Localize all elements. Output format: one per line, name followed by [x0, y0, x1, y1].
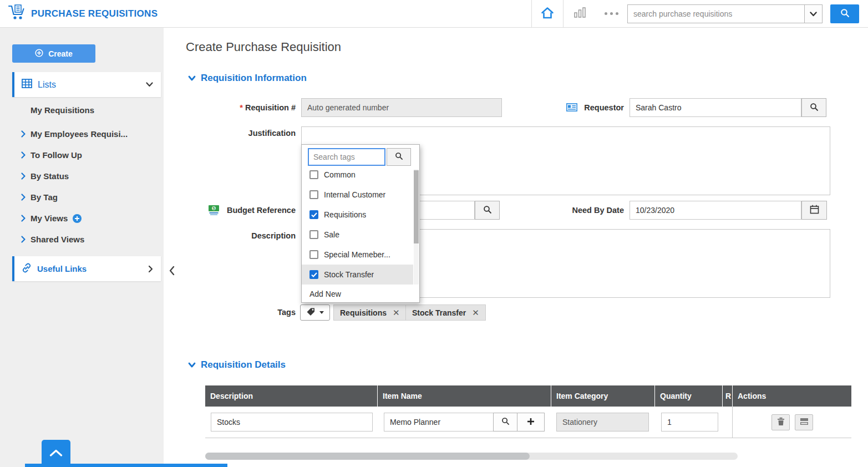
sidebar-item-by-status[interactable]: By Status	[21, 171, 69, 181]
search-icon	[501, 417, 510, 427]
chevron-right-icon	[21, 172, 26, 180]
description-cell	[205, 407, 377, 438]
section-requisition-details[interactable]: Requisition Details	[188, 359, 286, 370]
home-button[interactable]	[531, 0, 564, 27]
tags-search-button[interactable]	[387, 148, 411, 166]
sidebar-item-to-follow-up[interactable]: To Follow Up	[21, 150, 82, 160]
need-by-date-calendar-button[interactable]	[801, 201, 827, 220]
budget-reference-search-button[interactable]	[475, 201, 500, 220]
row-quantity-input[interactable]	[661, 413, 718, 432]
global-search-button[interactable]	[830, 4, 859, 23]
tag-chip-label: Requisitions	[340, 308, 387, 317]
search-scope-dropdown[interactable]	[804, 5, 822, 23]
sidebar-item-my-employees-requisitions[interactable]: My Employees Requisi...	[21, 129, 128, 139]
tag-option-internal-customer[interactable]: Internal Customer	[302, 185, 413, 205]
checkbox-icon[interactable]	[309, 210, 318, 219]
add-item-button[interactable]	[517, 413, 545, 432]
tags-label: Tags	[180, 304, 296, 321]
justification-label: Justification	[180, 129, 296, 138]
plus-icon	[527, 418, 535, 427]
chevron-down-icon	[810, 9, 817, 19]
bar-chart-icon	[573, 7, 586, 21]
global-search-input[interactable]	[628, 5, 804, 23]
required-asterisk: *	[240, 103, 243, 112]
quantity-cell	[654, 407, 722, 438]
plus-circle-icon	[35, 49, 43, 59]
column-header-r: R	[722, 385, 732, 407]
need-by-date-input[interactable]	[630, 201, 801, 220]
column-header-actions: Actions	[732, 385, 851, 407]
chevron-right-icon	[21, 151, 26, 159]
tag-chip-stock-transfer: Stock Transfer ✕	[405, 304, 486, 321]
chevron-right-icon	[21, 194, 26, 201]
home-icon	[541, 7, 554, 21]
duplicate-row-button[interactable]	[795, 414, 813, 430]
item-category-cell	[551, 407, 654, 438]
sidebar-item-useful-links[interactable]: Useful Links	[12, 256, 161, 281]
tag-option-stock-transfer[interactable]: Stock Transfer	[302, 265, 413, 285]
checkbox-icon[interactable]	[309, 190, 318, 199]
row-item-name-input[interactable]	[384, 413, 494, 432]
section-requisition-information[interactable]: Requisition Information	[188, 73, 307, 84]
cart-logo-icon	[8, 4, 26, 23]
more-options-icon[interactable]	[596, 12, 627, 15]
sidebar-collapse-toggle[interactable]	[166, 261, 178, 281]
chevron-down-icon[interactable]	[146, 82, 153, 87]
checkbox-icon[interactable]	[309, 270, 318, 279]
add-new-tag-button[interactable]: Add New	[302, 286, 419, 302]
main-content: Create Purchase Requisition Requisition …	[164, 28, 868, 467]
chevron-right-icon[interactable]	[148, 265, 153, 273]
caret-down-icon	[319, 311, 324, 314]
requestor-search-button[interactable]	[801, 98, 826, 117]
item-search-button[interactable]	[493, 413, 517, 432]
row-description-input[interactable]	[211, 413, 373, 432]
scroll-to-top-button[interactable]	[42, 440, 70, 467]
section-collapse-icon	[188, 359, 196, 370]
create-button[interactable]: Create	[12, 44, 95, 63]
dropdown-scrollbar-thumb[interactable]	[414, 170, 419, 243]
delete-row-button[interactable]	[771, 414, 790, 430]
checkbox-icon[interactable]	[309, 230, 318, 239]
table-horizontal-scrollbar-thumb[interactable]	[205, 453, 530, 460]
chevron-right-icon	[21, 215, 26, 222]
section-collapse-icon	[188, 73, 196, 84]
menu-item-label: By Tag	[31, 192, 58, 202]
need-by-date-label: Need By Date	[552, 201, 624, 220]
add-view-plus-icon[interactable]	[73, 214, 82, 223]
sidebar-item-lists[interactable]: Lists	[12, 72, 161, 97]
budget-reference-label: Budget Reference	[180, 201, 296, 220]
tag-option-sale[interactable]: Sale	[302, 225, 413, 245]
sidebar-item-my-views[interactable]: My Views	[21, 214, 82, 223]
sidebar-item-my-requisitions[interactable]: My Requisitions	[31, 105, 94, 115]
duplicate-row-icon	[800, 418, 809, 427]
requestor-input[interactable]	[630, 98, 801, 117]
menu-item-label: Shared Views	[31, 235, 84, 244]
column-header-item-name: Item Name	[377, 385, 551, 407]
checkbox-icon[interactable]	[309, 170, 318, 179]
menu-item-label: My Requisitions	[31, 105, 94, 115]
chevron-up-icon	[49, 449, 63, 459]
chevron-right-icon	[21, 236, 26, 243]
remove-tag-icon[interactable]: ✕	[393, 308, 400, 317]
app-window: PURCHASE REQUISITIONS	[0, 0, 868, 467]
clipped-cell	[722, 407, 732, 438]
checkbox-icon[interactable]	[309, 250, 318, 259]
tags-search-input[interactable]	[308, 148, 385, 166]
menu-item-label: My Employees Requisi...	[31, 129, 128, 139]
sidebar-item-by-tag[interactable]: By Tag	[21, 192, 58, 202]
sidebar-item-shared-views[interactable]: Shared Views	[21, 235, 84, 244]
tag-option-requisitions[interactable]: Requisitions	[302, 205, 413, 225]
item-name-cell	[377, 407, 551, 438]
remove-tag-icon[interactable]: ✕	[472, 308, 479, 317]
search-icon	[840, 8, 850, 19]
table-header-row: Description Item Name Item Category Quan…	[205, 385, 851, 407]
chart-button[interactable]	[564, 0, 596, 27]
dropdown-scrollbar[interactable]	[414, 169, 419, 285]
app-header: PURCHASE REQUISITIONS	[0, 0, 868, 28]
table-horizontal-scrollbar[interactable]	[205, 453, 738, 460]
tag-option-special-member[interactable]: Special Memeber...	[302, 245, 413, 265]
column-header-item-category: Item Category	[551, 385, 654, 407]
sidebar-item-useful-links-label: Useful Links	[37, 264, 87, 273]
tags-dropdown-button[interactable]	[300, 304, 330, 321]
requisition-number-label: *Requisition #	[180, 98, 296, 117]
